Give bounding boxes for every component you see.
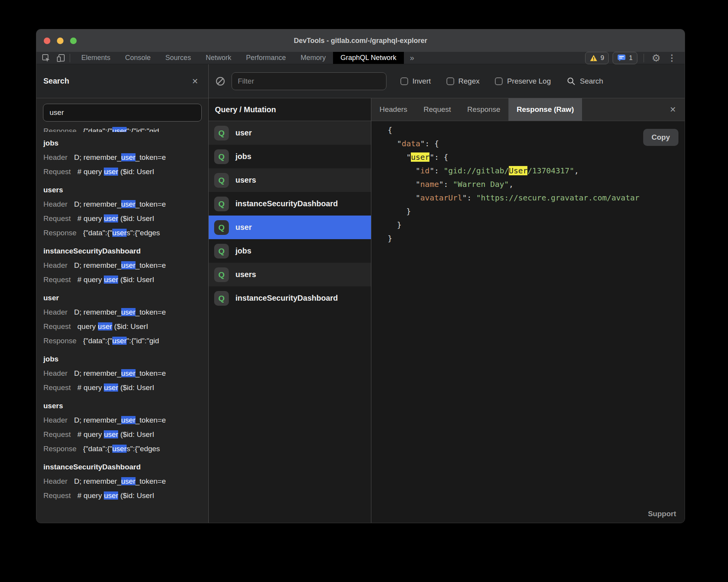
support-link[interactable]: Support <box>648 510 676 518</box>
query-row-users[interactable]: Qusers <box>209 263 371 286</box>
query-panel-title: Query / Mutation <box>209 98 371 121</box>
result-text: # query <box>77 430 104 438</box>
detail-tab-headers[interactable]: Headers <box>371 98 416 121</box>
tab-elements[interactable]: Elements <box>74 52 118 64</box>
result-line[interactable]: HeaderD; remember_user_token=e <box>43 474 208 488</box>
tab-memory[interactable]: Memory <box>293 52 333 64</box>
query-row-jobs[interactable]: Qjobs <box>209 145 371 168</box>
filter-input[interactable] <box>232 72 386 90</box>
close-detail-panel-icon[interactable]: ✕ <box>670 106 676 113</box>
checkbox-label: Regex <box>458 77 480 86</box>
result-line[interactable]: HeaderD; remember_user_token=e <box>43 197 208 211</box>
result-line-label: Request <box>43 211 71 226</box>
detail-tab-request[interactable]: Request <box>416 98 459 121</box>
search-panel: Search ✕ Response{"data":{"user":{"id":"… <box>36 64 209 523</box>
block-requests-icon[interactable] <box>215 76 225 86</box>
query-row-instancesecuritydashboard[interactable]: QinstanceSecurityDashboard <box>209 286 371 310</box>
result-text: D; remember_ <box>74 153 121 161</box>
result-line[interactable]: Response{"data":{"users":{"edges <box>43 226 208 240</box>
result-line[interactable]: Requestquery user ($id: UserI <box>43 319 208 334</box>
device-toolbar-icon[interactable] <box>56 53 66 63</box>
json-token: " <box>429 152 434 162</box>
issues-badge[interactable]: 1 <box>613 52 637 64</box>
tab-graphql-network[interactable]: GraphQL Network <box>333 52 403 64</box>
json-token: "gid://gitlab/ <box>444 166 509 175</box>
result-line-content: D; remember_user_token=e <box>74 305 166 319</box>
inspect-element-icon[interactable] <box>41 53 51 63</box>
warning-triangle-icon <box>590 55 598 62</box>
settings-gear-icon[interactable]: ⚙ <box>648 53 664 63</box>
result-line[interactable]: Response{"data":{"users":{"edges <box>43 442 208 456</box>
result-line[interactable]: HeaderD; remember_user_token=e <box>43 150 208 164</box>
result-line-content: # query user ($id: UserI <box>77 164 155 179</box>
json-token: id <box>420 166 429 175</box>
result-line-content: # query user ($id: UserI <box>77 380 155 395</box>
result-line[interactable]: HeaderD; remember_user_token=e <box>43 366 208 380</box>
search-match-highlight: user <box>411 152 429 162</box>
result-heading: user <box>43 291 208 305</box>
query-row-instancesecuritydashboard[interactable]: QinstanceSecurityDashboard <box>209 192 371 216</box>
result-heading: users <box>43 183 208 197</box>
more-tabs-button[interactable]: » <box>404 53 421 62</box>
result-text: D; remember_ <box>74 200 121 208</box>
result-line-content: D; remember_user_token=e <box>74 474 166 488</box>
search-match-highlight: user <box>121 416 136 424</box>
filter-bar: InvertRegexPreserve Log Search <box>209 64 685 98</box>
query-row-jobs[interactable]: Qjobs <box>209 239 371 263</box>
query-type-icon: Q <box>214 244 229 258</box>
checkbox-preserve-log[interactable]: Preserve Log <box>495 77 551 86</box>
result-line[interactable]: Request# query user ($id: UserI <box>43 488 208 503</box>
result-line-content: {"data":{"users":{"edges <box>83 442 160 456</box>
query-row-label: user <box>235 223 252 232</box>
tab-network[interactable]: Network <box>198 52 239 64</box>
more-options-icon[interactable]: ⋮ <box>664 53 679 63</box>
result-line[interactable]: Request# query user ($id: UserI <box>43 272 208 287</box>
search-match-highlight: user <box>112 127 127 132</box>
tab-console[interactable]: Console <box>118 52 158 64</box>
search-match-highlight: user <box>104 214 118 223</box>
tab-performance[interactable]: Performance <box>239 52 293 64</box>
result-text: # query <box>77 491 104 500</box>
query-row-users[interactable]: Qusers <box>209 168 371 192</box>
devtools-window: DevTools - gitlab.com/-/graphql-explorer… <box>36 29 685 523</box>
filter-search-button[interactable]: Search <box>567 77 603 86</box>
filter-search-label: Search <box>580 77 603 86</box>
json-line: "name": "Warren Day", <box>388 178 685 191</box>
warnings-badge[interactable]: 9 <box>585 52 609 64</box>
result-line[interactable]: Request# query user ($id: UserI <box>43 427 208 442</box>
result-line[interactable]: HeaderD; remember_user_token=e <box>43 305 208 319</box>
search-input[interactable] <box>43 104 202 122</box>
result-line[interactable]: HeaderD; remember_user_token=e <box>43 258 208 272</box>
query-row-user[interactable]: Quser <box>209 121 371 145</box>
tab-sources[interactable]: Sources <box>158 52 198 64</box>
fullscreen-window-button[interactable] <box>70 38 77 44</box>
result-line[interactable]: Request# query user ($id: UserI <box>43 164 208 179</box>
json-token: } <box>388 234 392 243</box>
detail-tab-response[interactable]: Response <box>459 98 509 121</box>
result-line[interactable]: Response{"data":{"user":{"id":"gid <box>43 334 208 348</box>
result-line[interactable]: HeaderD; remember_user_token=e <box>43 413 208 427</box>
copy-button[interactable]: Copy <box>643 129 679 146</box>
issues-message-icon <box>617 54 626 62</box>
query-type-icon: Q <box>214 126 229 140</box>
query-row-label: users <box>235 270 256 279</box>
json-token: avatarUrl <box>420 193 462 202</box>
close-search-panel-icon[interactable]: ✕ <box>192 77 198 85</box>
result-line[interactable]: Request# query user ($id: UserI <box>43 211 208 226</box>
result-line[interactable]: Response{"data":{"user":{"id":"gid <box>43 124 208 132</box>
window-controls <box>44 29 77 52</box>
search-match-highlight: user <box>121 369 136 377</box>
detail-tab-response-raw[interactable]: Response (Raw) <box>508 98 582 121</box>
checkbox-regex[interactable]: Regex <box>446 77 480 86</box>
result-heading: jobs <box>43 352 208 366</box>
minimize-window-button[interactable] <box>57 38 64 44</box>
close-window-button[interactable] <box>44 38 50 44</box>
result-line[interactable]: Request# query user ($id: UserI <box>43 380 208 395</box>
checkbox-label: Invert <box>412 77 431 86</box>
checkbox-invert[interactable]: Invert <box>400 77 431 86</box>
result-text: {"data":{" <box>83 445 112 453</box>
json-token: " <box>416 166 420 175</box>
query-row-user[interactable]: Quser <box>209 216 371 239</box>
result-text: D; remember_ <box>74 416 121 424</box>
result-text: _token=e <box>136 477 166 485</box>
